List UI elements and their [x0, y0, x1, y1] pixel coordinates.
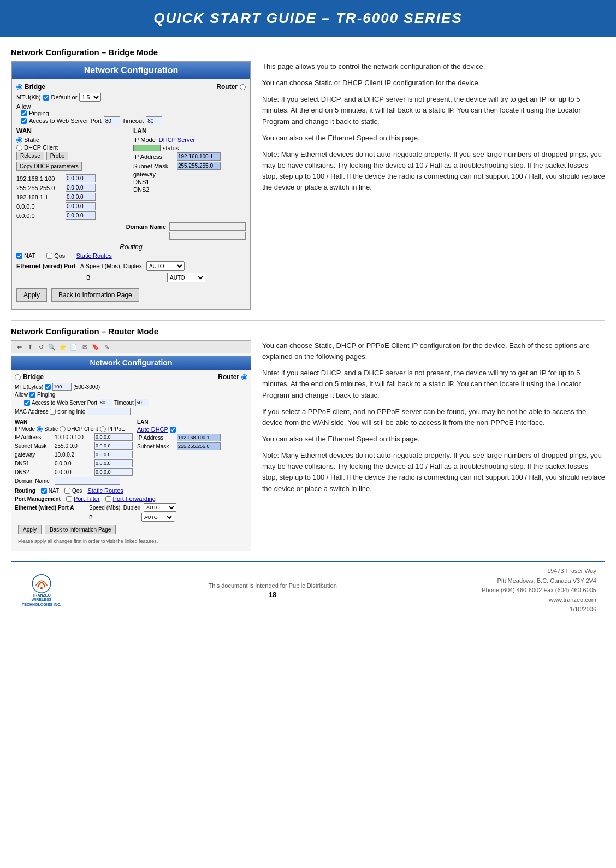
r-port-input[interactable]	[99, 399, 112, 406]
r-cloning-check[interactable]	[50, 409, 56, 415]
probe-button[interactable]: Probe	[46, 152, 69, 160]
wan-ip-input[interactable]	[66, 174, 96, 182]
dhcp-radio[interactable]	[16, 145, 22, 151]
auto-select-b[interactable]: AUTO	[167, 273, 205, 282]
r-mac-input[interactable]	[87, 408, 131, 415]
footer-right: 19473 Fraser Way Pitt Meadows, B.C. Cana…	[482, 566, 596, 615]
r-apply-button[interactable]: Apply	[18, 525, 42, 534]
r-mac-label: MAC Address	[15, 409, 48, 415]
r-auto-select-a[interactable]: AUTO	[144, 503, 176, 512]
wan-dns1-input[interactable]	[66, 202, 96, 210]
r-wan-ip-input[interactable]	[94, 433, 133, 441]
r-wan-subnet-input[interactable]	[94, 442, 133, 450]
r-eth-b-row: B AUTO	[15, 513, 247, 522]
refresh-icon[interactable]: ↺	[37, 343, 45, 351]
lan-subnet-input[interactable]	[177, 162, 221, 170]
qos-check[interactable]	[46, 253, 52, 259]
timeout-input[interactable]	[146, 116, 162, 125]
r-pinging-check[interactable]	[29, 392, 35, 398]
port-label: Port	[91, 117, 102, 124]
copy-dhcp-button[interactable]: Copy DHCP parameters	[16, 162, 82, 171]
r-mac-row: MAC Address cloning Into	[15, 408, 247, 415]
desc3: Note: If you select DHCP, and a DHCP ser…	[262, 94, 605, 127]
static-routes-link[interactable]: Static Routes	[76, 252, 111, 259]
back-button[interactable]: Back to Information Page	[51, 288, 139, 302]
lan-subnet-label: Subnet Mask	[133, 163, 177, 169]
svg-point-0	[32, 575, 50, 593]
r-qos-check[interactable]	[64, 488, 70, 494]
router-radio[interactable]	[240, 84, 246, 90]
qos-label: Qos	[54, 252, 65, 259]
r-domain-input[interactable]	[55, 477, 120, 485]
routing-row: NAT Qos Static Routes	[16, 252, 246, 259]
wan-gw-input[interactable]	[66, 193, 96, 201]
domain-name-input[interactable]	[169, 222, 246, 231]
wan-dns2-input[interactable]	[66, 211, 96, 220]
forward-icon[interactable]: ⬆	[26, 343, 34, 351]
port-input[interactable]	[104, 116, 120, 125]
r-port-fwd-check[interactable]	[105, 496, 111, 502]
r-wan-ip-value: 10.10.0.100	[55, 434, 93, 440]
star-icon[interactable]: ⭐	[58, 343, 67, 351]
r-wan-dns1-input[interactable]	[94, 459, 133, 467]
section1-description: This page allows you to control the netw…	[262, 61, 605, 310]
speed-label: A Speed (Mbs), Duplex	[80, 263, 142, 269]
router-config-header: Network Configuration	[11, 356, 251, 370]
r-static-radio[interactable]	[37, 426, 43, 432]
bridge-radio[interactable]	[16, 84, 22, 90]
r-back-button[interactable]: Back to Information Page	[45, 525, 116, 534]
r-port-filter-check[interactable]	[66, 496, 72, 502]
dhcp-server-label[interactable]: DHCP Server	[159, 137, 195, 143]
desc2: You can choose Static or DHCP Client IP …	[262, 78, 605, 88]
domain-name-label: Domain Name	[126, 223, 166, 230]
desc5: Note: Many Ethernet devices do not auto-…	[262, 149, 605, 193]
r-eth-a-row: Ethernet (wired) Port A Speed (Mbs), Dup…	[15, 503, 247, 512]
r-wan-gw-input[interactable]	[94, 451, 133, 458]
bookmark-icon[interactable]: 🔖	[91, 343, 100, 351]
r-bridge-radio[interactable]	[15, 374, 21, 380]
back-icon[interactable]: ⬅	[15, 343, 23, 351]
r-access-row: Access to Web Server Port Timeout	[15, 399, 247, 406]
r-router-radio[interactable]	[241, 374, 247, 380]
r-lan-ip-input[interactable]	[177, 434, 221, 441]
mtu-default-check[interactable]	[43, 95, 49, 101]
auto-select-a[interactable]: AUTO	[146, 261, 185, 271]
mail-icon[interactable]: ✉	[80, 343, 89, 351]
r-access-check[interactable]	[24, 400, 30, 406]
r-nat-check[interactable]	[41, 488, 47, 494]
r-timeout-input[interactable]	[135, 399, 149, 406]
wan-dns2-row: 0.0.0.0	[16, 211, 129, 220]
lan-ip-input[interactable]	[177, 152, 221, 161]
r-port-filter-label[interactable]: Port Filter	[74, 495, 100, 502]
r-mtu-check[interactable]	[45, 384, 51, 390]
r-auto-dhcp-check[interactable]	[170, 427, 176, 433]
wan-header: WAN	[16, 127, 129, 135]
pinging-check[interactable]	[21, 110, 27, 116]
pinging-row: Pinging	[21, 110, 246, 116]
wan-subnet-input[interactable]	[66, 184, 96, 192]
r-auto-dhcp-label[interactable]: Auto DHCP	[137, 426, 168, 433]
page-footer: TRANZEOWIRELESS TECHNOLOGIES INC. This d…	[11, 561, 605, 619]
r-wan-dns2-input[interactable]	[94, 468, 133, 476]
r-port-fwd-label[interactable]: Port Forwarding	[113, 495, 156, 502]
r-wan-ip-row: IP Address 10.10.0.100	[15, 433, 133, 441]
access-web-check[interactable]	[21, 118, 27, 124]
footer-center: This document is intended for Public Dis…	[72, 582, 473, 599]
edit-icon[interactable]: ✎	[102, 343, 111, 351]
dhcp-client-label: DHCP Client	[24, 144, 58, 151]
r-mtu-input[interactable]	[52, 383, 72, 391]
r-pppoe-radio[interactable]	[100, 426, 106, 432]
mtu-select[interactable]: 1.5	[79, 93, 101, 102]
r-static-routes-link[interactable]: Static Routes	[87, 487, 123, 494]
r-auto-select-b[interactable]: AUTO	[141, 513, 174, 522]
release-button[interactable]: Release	[16, 152, 44, 160]
r-lan-subnet-input[interactable]	[177, 442, 221, 450]
apply-button[interactable]: Apply	[16, 288, 47, 302]
page-icon[interactable]: 📄	[69, 343, 78, 351]
r-dhcp-radio[interactable]	[60, 426, 66, 432]
static-radio[interactable]	[16, 137, 22, 143]
domain-name-input2[interactable]	[169, 232, 246, 240]
router-radio-group: Router	[216, 83, 246, 91]
nat-check[interactable]	[16, 253, 22, 259]
search-icon[interactable]: 🔍	[48, 343, 56, 351]
